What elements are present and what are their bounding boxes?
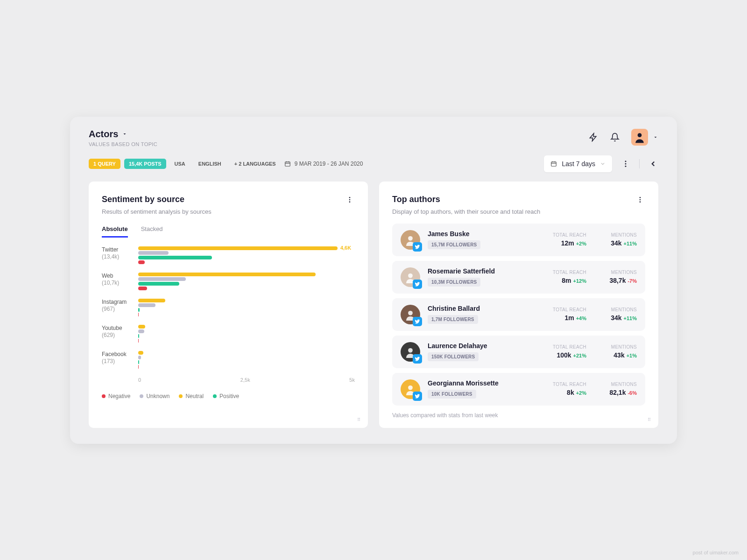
bar-positive: [138, 282, 179, 286]
bar-negative: [138, 365, 139, 369]
card-authors: Top authors Display of top authors, with…: [379, 182, 658, 428]
topic-block: Actors VALUES BASED ON TOPIC: [89, 129, 157, 147]
bar-negative: [138, 287, 147, 290]
date-range-text: 9 MAR 2019 - 26 JAN 2020: [295, 161, 363, 167]
more-vertical-icon[interactable]: [635, 195, 645, 205]
author-row[interactable]: James Buske15,7M FOLLOWERSTOTAL REACH12m…: [392, 224, 645, 256]
watermark: post of uimaker.com: [693, 550, 739, 555]
chart-bars: [138, 351, 355, 370]
stat-mentions: MENTIONS82,1k-6%: [594, 382, 637, 396]
stat-reach: TOTAL REACH8k+2%: [543, 382, 586, 396]
author-avatar: [401, 305, 420, 324]
chart-row-label: Youtube(629): [102, 325, 138, 339]
filter-right: Last 7 days: [544, 155, 658, 172]
chart-bars: [138, 273, 355, 291]
svg-point-9: [640, 197, 641, 198]
authors-list: James Buske15,7M FOLLOWERSTOTAL REACH12m…: [392, 224, 645, 406]
author-row[interactable]: Rosemarie Satterfield10,3M FOLLOWERSTOTA…: [392, 261, 645, 294]
author-info: Christine Ballard1,7M FOLLOWERS: [428, 305, 536, 324]
svg-rect-1: [285, 161, 290, 166]
svg-point-16: [408, 385, 413, 390]
stat-mentions: MENTIONS43k+1%: [594, 344, 637, 359]
resize-grip-icon[interactable]: ⠿: [648, 417, 652, 422]
chip-language[interactable]: ENGLISH: [194, 159, 226, 169]
author-followers: 1,7M FOLLOWERS: [428, 315, 478, 324]
author-info: Laurence Delahaye150K FOLLOWERS: [428, 342, 536, 361]
sentiment-subtitle: Results of sentiment analysis by sources: [102, 208, 211, 215]
author-avatar: [401, 342, 420, 362]
svg-point-5: [625, 165, 627, 167]
authors-title: Top authors: [392, 195, 540, 204]
bar-neutral: [138, 325, 145, 329]
profile-menu[interactable]: [631, 129, 658, 146]
period-dropdown[interactable]: Last 7 days: [544, 155, 612, 172]
chart-bars: [138, 325, 355, 343]
chip-more-languages[interactable]: + 2 LANGUAGES: [230, 159, 281, 169]
chart-row: Instagram(967): [102, 299, 355, 317]
bar-positive: [138, 334, 139, 338]
sentiment-chart: Twitter(13,4k)4,6KWeb(10,7k)Instagram(96…: [102, 246, 355, 370]
x-axis: 0 2,5k 5k: [138, 377, 355, 383]
tick-0: 0: [138, 377, 141, 383]
chart-row-label: Facebook(173): [102, 351, 138, 365]
svg-point-0: [638, 133, 642, 137]
legend-neutral: Neutral: [179, 393, 204, 399]
author-info: James Buske15,7M FOLLOWERS: [428, 230, 536, 249]
chart-row: Web(10,7k): [102, 273, 355, 291]
author-info: Rosemarie Satterfield10,3M FOLLOWERS: [428, 267, 536, 287]
chip-country[interactable]: USA: [170, 159, 190, 169]
svg-point-6: [349, 197, 351, 198]
svg-point-8: [349, 201, 351, 203]
author-followers: 150K FOLLOWERS: [428, 352, 479, 361]
author-row[interactable]: Laurence Delahaye150K FOLLOWERSTOTAL REA…: [392, 336, 645, 368]
twitter-icon: [413, 317, 422, 326]
author-followers: 15,7M FOLLOWERS: [428, 240, 480, 249]
chip-posts[interactable]: 15,4K POSTS: [124, 159, 166, 169]
tab-absolute[interactable]: Absolute: [102, 225, 128, 238]
tick-1: 2,5k: [240, 377, 250, 383]
bolt-icon[interactable]: [588, 132, 599, 142]
stat-reach: TOTAL REACH12m+2%: [543, 232, 586, 247]
bar-neutral: [138, 351, 143, 355]
twitter-icon: [413, 280, 422, 289]
bar-unknown: [138, 303, 155, 307]
legend-unknown: Unknown: [140, 393, 169, 399]
chart-row: Facebook(173): [102, 351, 355, 370]
chart-row: Youtube(629): [102, 325, 355, 343]
author-followers: 10K FOLLOWERS: [428, 390, 476, 399]
bar-unknown: [138, 251, 169, 255]
calendar-icon: [284, 161, 291, 167]
svg-point-12: [408, 236, 413, 240]
topic-title-text: Actors: [89, 129, 118, 140]
caret-down-icon: [653, 134, 658, 140]
chart-row-label: Twitter(13,4k): [102, 246, 138, 261]
chip-date-range[interactable]: 9 MAR 2019 - 26 JAN 2020: [284, 161, 363, 167]
stat-mentions: MENTIONS38,7k-7%: [594, 270, 637, 284]
app-window: Actors VALUES BASED ON TOPIC 1 QUERY 1: [70, 117, 677, 444]
chip-query[interactable]: 1 QUERY: [89, 159, 120, 169]
tick-2: 5k: [349, 377, 355, 383]
author-name: Laurence Delahaye: [428, 342, 536, 350]
stat-reach: TOTAL REACH100k+21%: [543, 344, 586, 359]
calendar-icon: [550, 161, 557, 167]
bell-icon[interactable]: [610, 132, 620, 142]
cards-row: Sentiment by source Results of sentiment…: [70, 182, 677, 444]
authors-subtitle: Display of top authors, with their sourc…: [392, 208, 540, 215]
top-actions: [588, 129, 658, 146]
author-avatar: [401, 379, 420, 399]
more-vertical-icon[interactable]: [345, 195, 355, 205]
chart-row-label: Web(10,7k): [102, 273, 138, 287]
author-row[interactable]: Christine Ballard1,7M FOLLOWERSTOTAL REA…: [392, 298, 645, 331]
topic-selector[interactable]: Actors: [89, 129, 157, 140]
bar-negative: [138, 260, 145, 264]
more-vertical-icon[interactable]: [620, 159, 631, 169]
svg-point-15: [408, 348, 413, 352]
bar-neutral: [138, 246, 338, 250]
chevron-down-icon: [600, 161, 606, 167]
author-row[interactable]: Georgianna Morissette10K FOLLOWERSTOTAL …: [392, 373, 645, 406]
resize-grip-icon[interactable]: ⠿: [357, 417, 361, 422]
chevron-left-icon[interactable]: [648, 159, 658, 169]
tab-stacked[interactable]: Stacked: [141, 225, 163, 238]
filter-bar: 1 QUERY 15,4K POSTS USA ENGLISH + 2 LANG…: [70, 155, 677, 182]
chart-legend: Negative Unknown Neutral Positive: [102, 393, 355, 399]
